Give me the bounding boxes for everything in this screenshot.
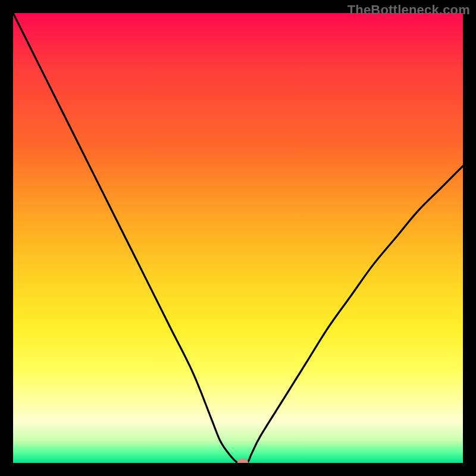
plot-area [13, 13, 463, 463]
watermark-text: TheBottleneck.com [347, 2, 470, 18]
chart-frame: TheBottleneck.com [0, 0, 476, 476]
optimal-marker [237, 459, 248, 463]
bottleneck-curve [13, 13, 463, 463]
